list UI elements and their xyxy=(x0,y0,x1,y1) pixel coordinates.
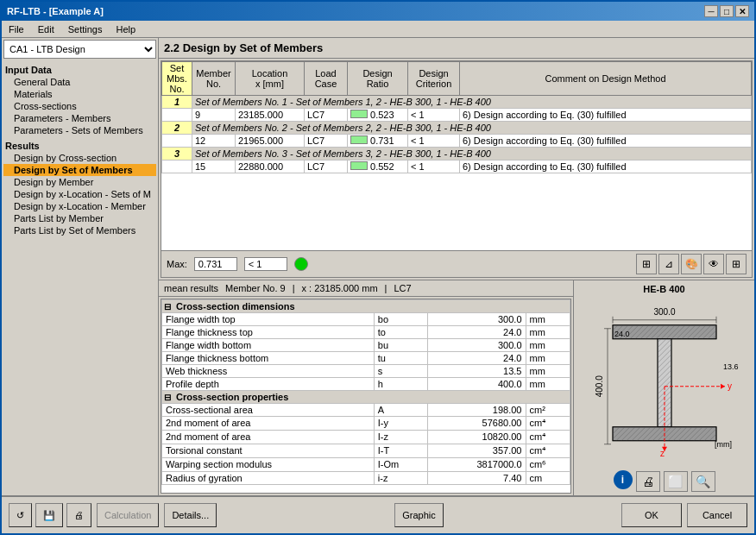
lc-3: LC7 xyxy=(305,160,348,173)
sidebar-header: CA1 - LTB Design xyxy=(3,40,156,59)
criterion-1: < 1 xyxy=(408,109,460,122)
detail-table: ⊟ Cross-section dimensions Flange width … xyxy=(161,299,570,485)
ok-button[interactable]: OK xyxy=(621,503,682,527)
max-row: Max: 0.731 < 1 ⊞ ⊿ 🎨 👁 ⊞ xyxy=(161,250,752,277)
table-row: Warping section modulus I-Om 3817000.0 c… xyxy=(162,457,570,471)
sidebar-item-materials[interactable]: Materials xyxy=(3,88,156,100)
set-no-1: 1 xyxy=(162,96,192,109)
menu-help[interactable]: Help xyxy=(112,23,139,35)
graphic-button[interactable]: Graphic xyxy=(394,503,444,527)
menu-settings[interactable]: Settings xyxy=(65,23,106,35)
details-table-area[interactable]: ⊟ Cross-section dimensions Flange width … xyxy=(161,299,571,494)
menu-file[interactable]: File xyxy=(5,23,28,35)
sidebar-item-parameters-members[interactable]: Parameters - Members xyxy=(3,112,156,124)
toolbar-btn-5[interactable]: ⊞ xyxy=(726,254,747,274)
detail-unit: cm xyxy=(526,471,570,484)
data-table-scroll[interactable]: Set Mbs.No. MemberNo. Locationx [mm] Loa… xyxy=(161,61,752,250)
sidebar-item-parameters-sets[interactable]: Parameters - Sets of Members xyxy=(3,124,156,136)
graphic-action-buttons: 🖨 ⬜ 🔍 xyxy=(636,471,715,492)
detail-unit: cm⁴ xyxy=(526,430,570,444)
table-row: 9 23185.000 LC7 0.523 < 1 6) Design acco… xyxy=(162,109,752,122)
table-row: 2nd moment of area I-y 57680.00 cm⁴ xyxy=(162,416,570,430)
details-header-label3: x : 23185.000 mm xyxy=(302,283,378,293)
detail-unit: cm⁴ xyxy=(526,416,570,430)
table-row: Flange width top bo 300.0 mm xyxy=(162,312,570,325)
detail-label: Flange width bottom xyxy=(162,338,375,351)
location-3: 22880.000 xyxy=(236,160,305,173)
graphic-btn-2[interactable]: ⬜ xyxy=(664,471,688,492)
sidebar-section-input: Input Data xyxy=(3,64,156,76)
menu-edit[interactable]: Edit xyxy=(35,23,58,35)
table-row: Flange width bottom bu 300.0 mm xyxy=(162,338,570,351)
detail-unit: mm xyxy=(526,325,570,338)
bottom-bar: ↺ 💾 🖨 Calculation Details... Graphic OK … xyxy=(2,495,754,533)
table-row: Cross-sectional area A 198.00 cm² xyxy=(162,403,570,416)
lc-1: LC7 xyxy=(305,109,348,122)
location-2: 21965.000 xyxy=(236,135,305,148)
right-panel: 2.2 Design by Set of Members Set Mbs.No.… xyxy=(159,38,754,495)
section-title: 2.2 Design by Set of Members xyxy=(159,38,754,59)
table-row: 15 22880.000 LC7 0.552 < 1 6) Design acc… xyxy=(162,160,752,173)
collapse-dimensions-icon[interactable]: ⊟ xyxy=(164,302,171,312)
calculation-button[interactable]: Calculation xyxy=(97,503,159,527)
graphic-btn-1[interactable]: 🖨 xyxy=(636,471,660,492)
case-dropdown[interactable]: CA1 - LTB Design xyxy=(3,40,156,59)
cancel-button[interactable]: Cancel xyxy=(687,503,747,527)
sidebar-section-results: Results xyxy=(3,140,156,152)
save-button[interactable]: 💾 xyxy=(35,503,63,527)
detail-symbol: s xyxy=(374,364,427,377)
table-row: 2nd moment of area I-z 10820.00 cm⁴ xyxy=(162,430,570,444)
section-header-dimensions: ⊟ Cross-section dimensions xyxy=(162,299,570,312)
sidebar-item-parts-list-sets[interactable]: Parts List by Set of Members xyxy=(3,224,156,236)
detail-symbol: A xyxy=(374,403,427,416)
minimize-button[interactable]: ─ xyxy=(704,5,718,17)
undo-button[interactable]: ↺ xyxy=(9,503,32,527)
sidebar-item-parts-list-member[interactable]: Parts List by Member xyxy=(3,212,156,224)
collapse-properties-icon[interactable]: ⊟ xyxy=(164,393,171,402)
detail-label: Radius of gyration xyxy=(162,471,375,484)
sidebar-item-design-set-members[interactable]: Design by Set of Members xyxy=(3,164,156,176)
sidebar-item-design-member[interactable]: Design by Member xyxy=(3,176,156,188)
title-controls: ─ □ ✕ xyxy=(704,5,749,17)
details-header-sep2: | xyxy=(385,283,387,293)
max-label: Max: xyxy=(167,259,187,269)
sidebar-item-design-xloc-member[interactable]: Design by x-Location - Member xyxy=(3,200,156,212)
max-criterion: < 1 xyxy=(244,257,287,271)
sidebar-item-cross-sections[interactable]: Cross-sections xyxy=(3,100,156,112)
detail-value: 300.0 xyxy=(428,338,526,351)
detail-label: 2nd moment of area xyxy=(162,416,375,430)
sidebar-item-design-cross-section[interactable]: Design by Cross-section xyxy=(3,152,156,164)
details-button[interactable]: Details... xyxy=(164,503,217,527)
info-button[interactable]: i xyxy=(614,470,633,489)
detail-value: 13.5 xyxy=(428,364,526,377)
sidebar-item-design-xloc-sets[interactable]: Design by x-Location - Sets of M xyxy=(3,188,156,200)
table-row: Flange thickness bottom tu 24.0 mm xyxy=(162,351,570,364)
table-row: 12 21965.000 LC7 0.731 < 1 6) Design acc… xyxy=(162,135,752,148)
graphic-btn-3[interactable]: 🔍 xyxy=(691,471,715,492)
main-table: Set Mbs.No. MemberNo. Locationx [mm] Loa… xyxy=(161,61,752,173)
detail-symbol: to xyxy=(374,325,427,338)
toolbar-btn-3[interactable]: 🎨 xyxy=(681,254,702,274)
sidebar-item-general-data[interactable]: General Data xyxy=(3,76,156,88)
toolbar-btn-4[interactable]: 👁 xyxy=(703,254,724,274)
graphic-panel: HE-B 400 300.0 400.0 xyxy=(573,280,754,496)
toolbar-btn-1[interactable]: ⊞ xyxy=(636,254,657,274)
toolbar-btn-2[interactable]: ⊿ xyxy=(658,254,679,274)
set-no-3: 3 xyxy=(162,148,192,160)
close-button[interactable]: ✕ xyxy=(735,5,749,17)
sidebar: CA1 - LTB Design Input Data General Data… xyxy=(2,38,159,495)
col-header-f: DesignCriterion xyxy=(408,62,460,96)
maximize-button[interactable]: □ xyxy=(720,5,734,17)
traffic-light-icon xyxy=(294,257,308,271)
details-panel: mean results Member No. 9 | x : 23185.00… xyxy=(159,280,754,496)
print-button[interactable]: 🖨 xyxy=(66,503,91,527)
details-left: mean results Member No. 9 | x : 23185.00… xyxy=(159,280,573,496)
detail-value: 357.00 xyxy=(428,444,526,457)
detail-label: Flange width top xyxy=(162,312,375,325)
col-header-d: LoadCase xyxy=(305,62,348,96)
details-header-label1: mean results xyxy=(164,283,218,293)
detail-unit: cm⁶ xyxy=(526,457,570,471)
detail-value: 57680.00 xyxy=(428,416,526,430)
ratio-1: 0.523 xyxy=(348,109,408,122)
detail-symbol: bu xyxy=(374,338,427,351)
